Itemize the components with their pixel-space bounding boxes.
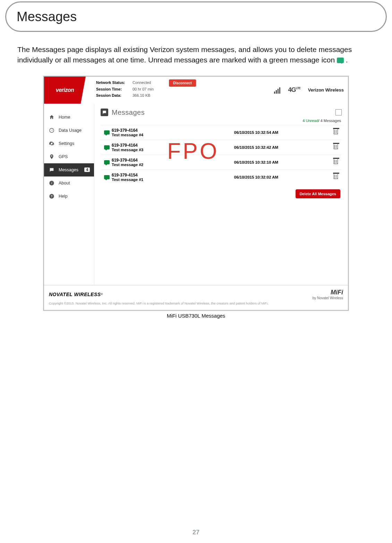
message-sender: 619-379-4164	[112, 128, 181, 133]
home-icon	[48, 114, 55, 121]
session-data-value: 366.10 KB	[133, 92, 150, 99]
delete-message-button[interactable]	[331, 129, 340, 135]
svg-text:i: i	[51, 181, 52, 185]
message-subject: Test message #4	[112, 133, 181, 137]
trash-icon	[334, 129, 338, 134]
session-data-label: Session Data:	[96, 92, 129, 99]
message-date: 06/10/2015 10:32:42 AM	[181, 145, 331, 149]
trash-icon	[334, 174, 338, 179]
intro-text-b: .	[346, 56, 348, 64]
session-time-label: Session Time:	[96, 86, 129, 93]
panel-action-icon[interactable]	[335, 109, 342, 115]
session-time-value: 00 hr 07 min	[133, 86, 154, 93]
sidebar-item-label: Messages	[59, 167, 78, 172]
sidebar-item-label: Help	[59, 194, 68, 199]
message-date: 06/10/2015 10:32:54 AM	[181, 130, 331, 135]
message-date: 06/10/2015 10:32:02 AM	[181, 175, 331, 179]
carrier-name: Verizon Wireless	[308, 87, 344, 93]
page-number: 27	[0, 529, 392, 536]
sidebar-item-help[interactable]: ? Help	[44, 190, 94, 203]
page-title: Messages	[17, 9, 77, 24]
message-subject: Test message #2	[112, 163, 181, 167]
delete-all-button[interactable]: Delete All Messages	[296, 189, 340, 198]
message-sender: 619-379-4154	[112, 173, 181, 178]
page-title-frame: Messages	[5, 1, 387, 32]
message-count: 4 Unread/ 4 Messages	[101, 118, 342, 125]
figure-caption: MiFi USB730L Messages	[0, 313, 392, 319]
trash-icon	[334, 159, 338, 164]
panel-header: Messages	[101, 106, 342, 118]
footer-copyright: Copyright ©2015. Novatel Wireless, Inc. …	[49, 301, 343, 305]
app-header: verizon Network Status: Connected Sessio…	[44, 77, 348, 104]
sidebar-item-label: Data Usage	[59, 128, 82, 133]
footer-brand: NOVATEL WIRELESS	[49, 292, 101, 297]
total-count: / 4 Messages	[318, 119, 341, 123]
disconnect-button[interactable]: Disconnect	[169, 79, 196, 87]
network-status-label: Network Status:	[96, 79, 129, 86]
message-date: 06/10/2015 10:32:10 AM	[181, 160, 331, 164]
intro-text-a: The Messages page displays all existing …	[17, 45, 352, 64]
sidebar-badge: 4	[84, 167, 90, 172]
message-subject: Test message #1	[112, 178, 181, 182]
unread-message-icon	[102, 175, 112, 179]
sidebar-item-about[interactable]: i About	[44, 176, 94, 190]
message-row[interactable]: 619-379-4154 Test message #1 06/10/2015 …	[101, 170, 342, 184]
chat-icon	[48, 166, 55, 173]
unread-message-icon	[102, 160, 112, 164]
info-icon: i	[48, 180, 55, 187]
message-sender: 619-379-4164	[112, 143, 181, 148]
sidebar-item-settings[interactable]: Settings	[44, 137, 94, 150]
message-row[interactable]: 619-379-4164 Test message #3 06/10/2015 …	[101, 140, 342, 155]
verizon-logo: verizon	[44, 77, 86, 104]
unread-count: 4 Unread	[302, 119, 318, 123]
unread-message-icon	[102, 145, 112, 149]
delete-message-button[interactable]	[331, 159, 340, 165]
mifi-logo: MiFi	[313, 289, 343, 296]
intro-paragraph: The Messages page displays all existing …	[17, 44, 375, 66]
network-indicators: 4GLTE Verizon Wireless	[274, 77, 348, 104]
sidebar-item-home[interactable]: Home	[44, 111, 94, 124]
messages-panel-icon	[101, 109, 108, 116]
unread-message-icon	[102, 130, 112, 135]
network-status-value: Connected	[133, 79, 151, 86]
svg-text:?: ?	[51, 195, 52, 198]
sidebar-item-label: Home	[59, 115, 70, 120]
lte-icon: 4GLTE	[288, 86, 300, 94]
sidebar-item-label: Settings	[59, 141, 74, 146]
sidebar-item-data-usage[interactable]: Data Usage	[44, 124, 94, 137]
main-panel: Messages 4 Unread/ 4 Messages 619-379-41…	[94, 104, 348, 285]
signal-icon	[274, 87, 280, 94]
sidebar-item-messages[interactable]: Messages 4	[44, 163, 94, 176]
delete-message-button[interactable]	[331, 144, 340, 150]
panel-title: Messages	[112, 109, 145, 117]
sidebar-item-label: GPS	[59, 154, 68, 159]
message-sender: 619-379-4164	[112, 158, 181, 163]
pin-icon	[48, 153, 55, 160]
help-icon: ?	[48, 193, 55, 200]
sidebar: Home Data Usage Settings GPS	[44, 104, 94, 285]
trash-icon	[334, 144, 338, 149]
gear-icon	[48, 140, 55, 147]
message-row[interactable]: 619-379-4164 Test message #2 06/10/2015 …	[101, 155, 342, 170]
message-row[interactable]: 619-379-4164 Test message #4 06/10/2015 …	[101, 125, 342, 140]
app-footer: NOVATEL WIRELESS ® MiFi by Novatel Wirel…	[44, 285, 348, 310]
sidebar-item-gps[interactable]: GPS	[44, 150, 94, 163]
sidebar-item-label: About	[59, 181, 70, 186]
gauge-icon	[48, 127, 55, 134]
message-icon	[337, 58, 344, 63]
mifi-tagline: by Novatel Wireless	[313, 296, 343, 300]
delete-message-button[interactable]	[331, 174, 340, 180]
status-block: Network Status: Connected Session Time: …	[86, 77, 169, 104]
message-subject: Test message #3	[112, 148, 181, 152]
screenshot: verizon Network Status: Connected Sessio…	[43, 76, 349, 311]
